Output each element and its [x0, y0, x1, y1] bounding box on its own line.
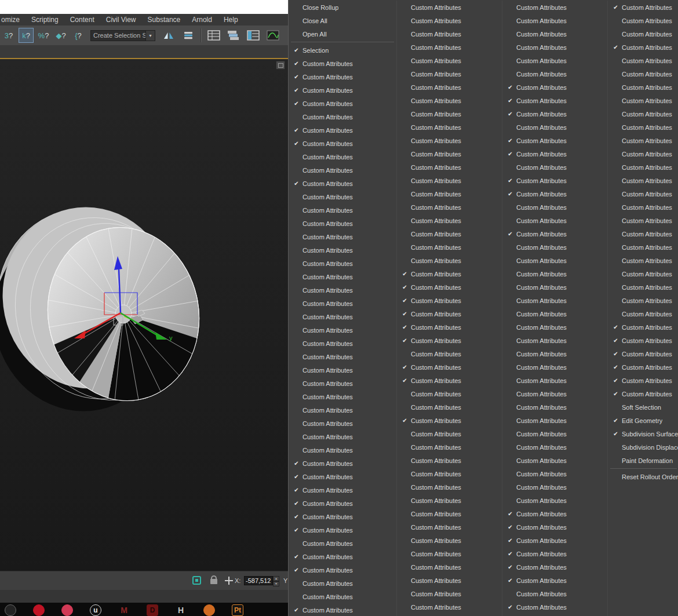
menu-item-custom-attributes[interactable]: ✔Custom Attributes [289, 497, 396, 510]
menu-item-custom-attributes[interactable]: Custom Attributes [289, 190, 396, 203]
menu-substance[interactable]: Substance [142, 16, 187, 24]
ribbon-toggle-icon[interactable] [245, 27, 261, 43]
menu-item-custom-attributes[interactable]: ✔Custom Attributes [397, 414, 502, 427]
menu-item-custom-attributes[interactable]: ✔Custom Attributes [502, 187, 608, 201]
menu-content[interactable]: Content [64, 16, 100, 24]
menu-item-custom-attributes[interactable]: ✔Custom Attributes [502, 560, 608, 574]
menu-item-custom-attributes[interactable]: ✔Custom Attributes [289, 123, 396, 137]
menu-item-custom-attributes[interactable]: Custom Attributes [397, 1, 502, 14]
menu-item-custom-attributes[interactable]: Custom Attributes [502, 427, 608, 440]
layer-explorer-icon[interactable] [225, 27, 242, 43]
menu-item-custom-attributes[interactable]: ✔Custom Attributes [397, 280, 502, 294]
menu-item-custom-attributes[interactable]: Custom Attributes [289, 110, 396, 123]
menu-item-custom-attributes[interactable]: Custom Attributes [397, 560, 502, 574]
menu-item-custom-attributes[interactable]: Custom Attributes [502, 320, 608, 334]
menu-item-custom-attributes[interactable]: Custom Attributes [502, 161, 608, 174]
menu-item-custom-attributes[interactable]: ✔Custom Attributes [289, 137, 396, 150]
menu-item-custom-attributes[interactable]: ✔Custom Attributes [397, 374, 502, 387]
scene-explorer-icon[interactable] [206, 27, 222, 43]
menu-item-custom-attributes[interactable]: ✔Custom Attributes [289, 563, 396, 577]
select-object-icon[interactable]: k? [19, 28, 34, 43]
menu-item-custom-attributes[interactable]: Custom Attributes [397, 121, 502, 134]
menu-item-custom-attributes[interactable]: ✔Custom Attributes [608, 334, 678, 347]
menu-item-custom-attributes[interactable]: ✔Custom Attributes [502, 547, 608, 560]
menu-item-custom-attributes[interactable]: Custom Attributes [289, 270, 396, 283]
select-by-name-icon[interactable]: %? [36, 28, 51, 43]
menu-item-custom-attributes[interactable]: Custom Attributes [397, 427, 502, 440]
menu-item-custom-attributes[interactable]: ✔Custom Attributes [502, 534, 608, 547]
menu-item-custom-attributes[interactable]: Custom Attributes [608, 94, 678, 107]
menu-item-custom-attributes[interactable]: Custom Attributes [608, 27, 678, 41]
menu-item-custom-attributes[interactable]: ✔Custom Attributes [397, 320, 502, 334]
menu-item-custom-attributes[interactable]: ✔Custom Attributes [502, 147, 608, 161]
menu-item-custom-attributes[interactable]: Custom Attributes [289, 323, 396, 337]
menu-item-custom-attributes[interactable]: Custom Attributes [397, 454, 502, 467]
menu-item-custom-attributes[interactable]: Custom Attributes [397, 41, 502, 54]
edit-named-selection-sets-icon[interactable]: {? [71, 28, 86, 43]
menu-item-custom-attributes[interactable]: ✔Custom Attributes [502, 107, 608, 121]
taskbar-app-8[interactable] [203, 604, 215, 616]
menu-item-custom-attributes[interactable]: Custom Attributes [608, 280, 678, 294]
menu-item-custom-attributes[interactable]: ✔Custom Attributes [397, 360, 502, 374]
menu-item-custom-attributes[interactable]: Custom Attributes [397, 174, 502, 187]
menu-item-custom-attributes[interactable]: Custom Attributes [608, 174, 678, 187]
menu-item-custom-attributes[interactable]: Custom Attributes [502, 307, 608, 320]
menu-item-custom-attributes[interactable]: ✔Custom Attributes [289, 470, 396, 483]
menu-item-custom-attributes[interactable]: Custom Attributes [502, 480, 608, 494]
menu-item-custom-attributes[interactable]: ✔Custom Attributes [289, 70, 396, 83]
menu-item-custom-attributes[interactable]: Custom Attributes [397, 227, 502, 240]
menu-item-custom-attributes[interactable]: ✔Custom Attributes [608, 41, 678, 54]
curve-editor-icon[interactable] [265, 27, 281, 43]
menu-item-custom-attributes[interactable]: Custom Attributes [397, 94, 502, 107]
lock-selection-icon[interactable] [210, 579, 217, 584]
menu-item-custom-attributes[interactable]: Custom Attributes [397, 534, 502, 547]
taskbar-app-7[interactable]: H [175, 604, 187, 616]
menu-item-custom-attributes[interactable]: Custom Attributes [608, 121, 678, 134]
menu-item-custom-attributes[interactable]: Custom Attributes [397, 547, 502, 560]
menu-item-custom-attributes[interactable]: Custom Attributes [289, 417, 396, 430]
menu-item-custom-attributes[interactable]: Custom Attributes [502, 387, 608, 400]
spinner-up-icon[interactable]: ▲ [273, 576, 279, 581]
menu-omize[interactable]: omize [0, 16, 25, 24]
menu-item-custom-attributes[interactable]: Custom Attributes [502, 400, 608, 414]
menu-item-custom-attributes[interactable]: Custom Attributes [502, 214, 608, 227]
menu-item-custom-attributes[interactable]: Custom Attributes [502, 280, 608, 294]
menu-item-custom-attributes[interactable]: ✔Custom Attributes [289, 483, 396, 497]
menu-item-custom-attributes[interactable]: Custom Attributes [502, 201, 608, 214]
menu-item-custom-attributes[interactable]: Custom Attributes [502, 347, 608, 360]
menu-item-custom-attributes[interactable]: Custom Attributes [397, 107, 502, 121]
menu-item-custom-attributes[interactable]: ✔Custom Attributes [608, 387, 678, 400]
menu-item-reset-rollout-order[interactable]: Reset Rollout Order [608, 470, 678, 483]
menu-item-custom-attributes[interactable]: Custom Attributes [397, 147, 502, 161]
menu-item-custom-attributes[interactable]: Custom Attributes [289, 430, 396, 443]
menu-item-custom-attributes[interactable]: Custom Attributes [397, 161, 502, 174]
menu-item-custom-attributes[interactable]: Custom Attributes [289, 590, 396, 603]
menu-item-custom-attributes[interactable]: Custom Attributes [289, 350, 396, 363]
menu-item-custom-attributes[interactable]: ✔Custom Attributes [397, 334, 502, 347]
menu-item-subdivision-surface[interactable]: ✔Subdivision Surface [608, 427, 678, 440]
menu-item-custom-attributes[interactable]: Custom Attributes [289, 377, 396, 390]
menu-item-custom-attributes[interactable]: ✔Custom Attributes [289, 603, 396, 616]
menu-item-custom-attributes[interactable]: Custom Attributes [397, 134, 502, 147]
menu-item-custom-attributes[interactable]: Custom Attributes [289, 363, 396, 377]
absolute-mode-icon[interactable] [225, 577, 233, 585]
menu-item-custom-attributes[interactable]: Custom Attributes [608, 14, 678, 27]
menu-item-custom-attributes[interactable]: Custom Attributes [289, 150, 396, 163]
menu-item-custom-attributes[interactable]: Custom Attributes [397, 494, 502, 507]
menu-item-custom-attributes[interactable]: ✔Custom Attributes [502, 174, 608, 187]
named-selection-sets-combo[interactable]: Create Selection Se ▼ [90, 30, 155, 41]
menu-item-custom-attributes[interactable]: Custom Attributes [289, 203, 396, 217]
menu-item-custom-attributes[interactable]: Custom Attributes [502, 14, 608, 27]
menu-item-subdivision-displacem[interactable]: Subdivision Displacem [608, 440, 678, 454]
cylinder-object[interactable] [0, 191, 213, 428]
menu-item-custom-attributes[interactable]: Custom Attributes [397, 27, 502, 41]
menu-item-custom-attributes[interactable]: Custom Attributes [397, 187, 502, 201]
x-coordinate-spinner[interactable]: ▲ ▼ [273, 576, 279, 585]
menu-item-custom-attributes[interactable]: Custom Attributes [608, 214, 678, 227]
menu-item-custom-attributes[interactable]: ✔Custom Attributes [502, 81, 608, 94]
taskbar-app-1[interactable] [5, 604, 16, 616]
isolate-selection-icon[interactable] [192, 576, 201, 585]
menu-item-custom-attributes[interactable]: ✔Custom Attributes [608, 374, 678, 387]
mirror-icon[interactable] [161, 27, 177, 43]
menu-item-open-all[interactable]: Open All [289, 27, 396, 41]
